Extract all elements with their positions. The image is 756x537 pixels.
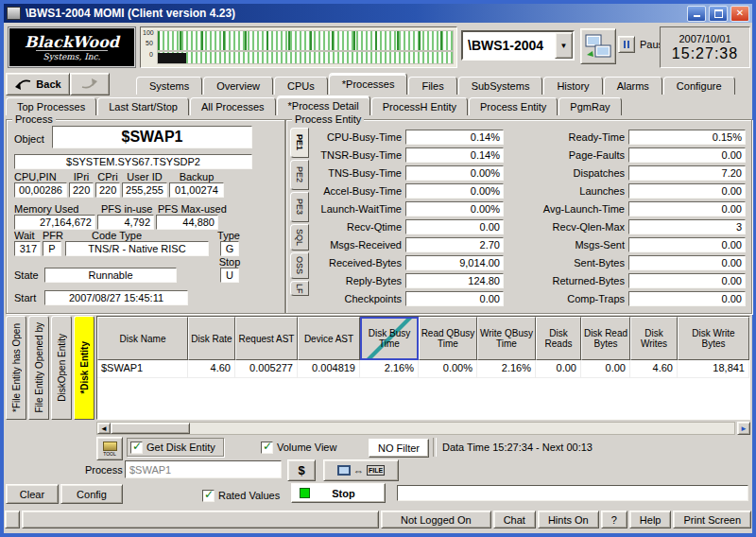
status-hints-on-button[interactable]: Hints On <box>538 511 599 528</box>
tab-overview[interactable]: Overview <box>203 77 273 95</box>
col-disk-name[interactable]: Disk Name <box>97 317 188 360</box>
subtab-pgmray[interactable]: PgmRay <box>558 97 621 115</box>
ipri-label: IPri <box>69 171 94 182</box>
subtab-processh-entity[interactable]: ProcessH Entity <box>371 97 468 115</box>
tool-icon <box>103 442 117 451</box>
status-question-button[interactable]: ? <box>601 511 627 528</box>
col-read-qbusy-time[interactable]: Read QBusy Time <box>419 317 477 360</box>
file-tag: FILE <box>367 465 385 476</box>
rated-values-checkbox[interactable]: Rated Values <box>202 486 280 505</box>
maximize-button[interactable] <box>709 6 728 22</box>
entity-tab-lf[interactable]: LF <box>290 281 309 296</box>
tab-alarms[interactable]: Alarms <box>604 77 662 95</box>
status-chat-button[interactable]: Chat <box>493 511 536 528</box>
side-tab-disk-entity[interactable]: *Disk Entity <box>74 316 94 420</box>
entity-field-label: Msgs-Sent <box>517 239 628 251</box>
horizontal-scrollbar[interactable]: ◄ <box>96 422 735 435</box>
pfs-in-use-value: 4,792 <box>97 215 154 230</box>
config-button[interactable]: Config <box>60 484 123 504</box>
cpri-label: CPri <box>95 171 120 182</box>
entity-tab-sql[interactable]: SQL <box>290 224 309 251</box>
entity-field-value: 9,014.00 <box>405 255 504 270</box>
entity-tab-pe3[interactable]: PE3 <box>290 192 309 222</box>
checkbox-icon[interactable] <box>202 490 215 502</box>
stop-value: U <box>220 268 239 283</box>
stop-button[interactable]: Stop <box>291 483 386 503</box>
scroll-left-icon[interactable]: ◄ <box>97 423 111 434</box>
entity-field-value: 0.00 <box>628 201 746 217</box>
process-input[interactable] <box>125 460 282 478</box>
entity-tab-pe1[interactable]: PE1 <box>290 128 309 158</box>
logo-subtitle: Systems, Inc. <box>36 50 109 61</box>
col-write-qbusy-time[interactable]: Write QBusy Time <box>477 317 536 360</box>
disk-table-row[interactable]: $SWAP1 4.60 0.005277 0.004819 2.16% 0.00… <box>97 360 749 378</box>
col-disk-rate[interactable]: Disk Rate <box>188 317 235 360</box>
subtab-process-entity[interactable]: Process Entity <box>469 97 558 115</box>
status-not-logged-on-button[interactable]: Not Logged On <box>381 511 491 528</box>
get-disk-entity-checkbox[interactable]: Get Disk Entity <box>127 438 224 457</box>
side-tab-file-entity-opened-by[interactable]: File Entity Opened by <box>28 316 49 420</box>
forward-button[interactable] <box>70 73 110 95</box>
side-tab-file-entity-has-open[interactable]: *File Entity has Open <box>6 316 26 420</box>
volume-view-checkbox[interactable]: Volume View <box>261 438 336 457</box>
entity-field-value: 0.00 <box>628 273 746 288</box>
col-request-ast[interactable]: Request AST <box>235 317 298 360</box>
entity-row: Reply-Bytes 124.80 Returned-Bytes 0.00 <box>313 273 746 288</box>
dollar-button[interactable]: $ <box>287 459 316 481</box>
tab-subsystems[interactable]: SubSystems <box>458 77 543 95</box>
entity-field-label: TNSR-Busy-Time <box>313 149 405 161</box>
scrollbar-thumb[interactable] <box>111 423 190 434</box>
chevron-down-icon[interactable]: ▼ <box>555 32 573 59</box>
checkbox-icon[interactable] <box>261 442 273 454</box>
process-subtab-bar: Top Processes Last Start/Stop All Proces… <box>6 95 623 115</box>
status-help-button[interactable]: Help <box>629 511 672 528</box>
col-disk-read-bytes[interactable]: Disk Read Bytes <box>581 317 630 360</box>
close-button[interactable]: ✕ <box>730 6 749 22</box>
checkbox-icon[interactable] <box>130 442 143 454</box>
state-value: Runnable <box>44 268 177 283</box>
scroll-right-icon[interactable]: ► <box>737 422 750 435</box>
system-selector[interactable]: \BWS1-2004 ▼ <box>461 30 575 61</box>
entity-field-value: 0.00 <box>628 183 746 199</box>
no-filter-label: NO Filter <box>378 442 420 454</box>
tab-files[interactable]: Files <box>408 77 456 95</box>
col-device-ast[interactable]: Device AST <box>298 317 360 360</box>
cpu-pin-value: 00,00286 <box>14 182 67 198</box>
tab-processes[interactable]: *Processes <box>329 73 408 95</box>
entity-tab-pe2[interactable]: PE2 <box>290 160 309 190</box>
side-tab-label: DiskOpen Entity <box>57 334 67 402</box>
entity-field-value: 0.14% <box>405 147 504 163</box>
object-label: Object <box>14 133 44 145</box>
col-disk-reads[interactable]: Disk Reads <box>536 317 581 360</box>
back-button[interactable]: Back <box>6 73 70 95</box>
tab-systems[interactable]: Systems <box>136 77 202 95</box>
status-bar: Not Logged On Chat Hints On ? Help Print… <box>4 509 752 530</box>
entity-field-rows: CPU-Busy-Time 0.14% Ready-Time 0.15% TNS… <box>313 130 746 306</box>
no-filter-button[interactable]: NO Filter <box>369 439 429 458</box>
tab-cpus[interactable]: CPUs <box>274 77 328 95</box>
clear-button[interactable]: Clear <box>6 484 59 504</box>
arrows-icon: ⇔ <box>353 465 364 476</box>
dual-screen-button[interactable] <box>580 28 616 64</box>
col-disk-busy-time[interactable]: Disk Busy Time <box>360 317 419 360</box>
screen-to-file-button[interactable]: ⇔ FILE <box>323 459 399 481</box>
status-print-screen-button[interactable]: Print Screen <box>673 511 751 528</box>
tool-button[interactable]: TOOL <box>96 437 123 460</box>
col-disk-write-bytes[interactable]: Disk Write Bytes <box>678 317 749 360</box>
tab-history[interactable]: History <box>543 77 602 95</box>
subtab-last-start-stop[interactable]: Last Start/Stop <box>97 97 189 115</box>
col-disk-writes[interactable]: Disk Writes <box>630 317 678 360</box>
minimize-button[interactable] <box>687 6 706 22</box>
process-entity-group: Process Entity PE1 PE2 PE3 SQL OSS LF CP… <box>285 119 752 314</box>
entity-row: Recv-Qtime 0.00 Recv-Qlen-Max 3 <box>313 219 746 234</box>
tab-configure[interactable]: Configure <box>663 77 735 95</box>
entity-tab-oss[interactable]: OSS <box>290 252 309 279</box>
stop-label: Stop <box>216 256 243 268</box>
start-label: Start <box>14 292 36 303</box>
entity-field-label: Avg-Launch-Time <box>517 203 628 215</box>
side-tab-diskopen-entity[interactable]: DiskOpen Entity <box>51 316 72 420</box>
running-indicator-icon <box>300 488 310 498</box>
wait-label: Wait <box>14 230 35 241</box>
subtab-process-detail[interactable]: *Process Detail <box>277 95 370 115</box>
subtab-all-processes[interactable]: All Processes <box>190 97 276 115</box>
